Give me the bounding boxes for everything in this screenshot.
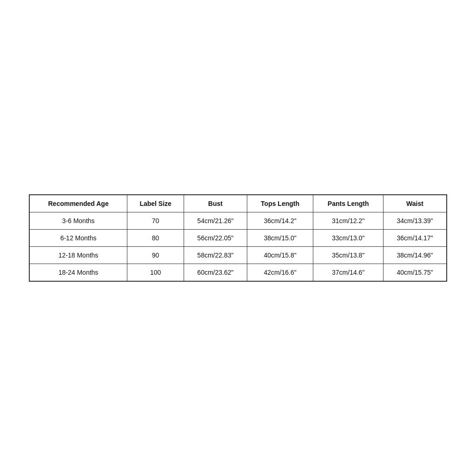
header-bust: Bust <box>184 195 247 212</box>
header-label-size: Label Size <box>127 195 184 212</box>
table-row: 6-12 Months8056cm/22.05"38cm/15.0"33cm/1… <box>29 230 447 247</box>
cell-age: 18-24 Months <box>29 264 127 282</box>
cell-age: 6-12 Months <box>29 230 127 247</box>
header-pants-length: Pants Length <box>313 195 383 212</box>
cell-pants_length: 33cm/13.0" <box>313 230 383 247</box>
table-row: 12-18 Months9058cm/22.83"40cm/15.8"35cm/… <box>29 247 447 264</box>
cell-waist: 38cm/14.96" <box>383 247 447 264</box>
table-row: 3-6 Months7054cm/21.26"36cm/14.2"31cm/12… <box>29 212 447 230</box>
table-row: 18-24 Months10060cm/23.62"42cm/16.6"37cm… <box>29 264 447 282</box>
cell-bust: 58cm/22.83" <box>184 247 247 264</box>
cell-label_size: 100 <box>127 264 184 282</box>
cell-waist: 40cm/15.75" <box>383 264 447 282</box>
header-recommended-age: Recommended Age <box>29 195 127 212</box>
table-header-row: Recommended Age Label Size Bust Tops Len… <box>29 195 447 212</box>
cell-bust: 56cm/22.05" <box>184 230 247 247</box>
cell-tops_length: 36cm/14.2" <box>247 212 313 230</box>
cell-pants_length: 37cm/14.6" <box>313 264 383 282</box>
cell-bust: 54cm/21.26" <box>184 212 247 230</box>
cell-label_size: 80 <box>127 230 184 247</box>
cell-pants_length: 35cm/13.8" <box>313 247 383 264</box>
cell-label_size: 70 <box>127 212 184 230</box>
size-chart-table: Recommended Age Label Size Bust Tops Len… <box>29 194 447 282</box>
cell-bust: 60cm/23.62" <box>184 264 247 282</box>
header-tops-length: Tops Length <box>247 195 313 212</box>
cell-age: 3-6 Months <box>29 212 127 230</box>
cell-tops_length: 42cm/16.6" <box>247 264 313 282</box>
cell-age: 12-18 Months <box>29 247 127 264</box>
cell-tops_length: 40cm/15.8" <box>247 247 313 264</box>
cell-waist: 34cm/13.39" <box>383 212 447 230</box>
cell-waist: 36cm/14.17" <box>383 230 447 247</box>
cell-pants_length: 31cm/12.2" <box>313 212 383 230</box>
header-waist: Waist <box>383 195 447 212</box>
cell-tops_length: 38cm/15.0" <box>247 230 313 247</box>
cell-label_size: 90 <box>127 247 184 264</box>
size-chart-container: Recommended Age Label Size Bust Tops Len… <box>29 194 447 282</box>
